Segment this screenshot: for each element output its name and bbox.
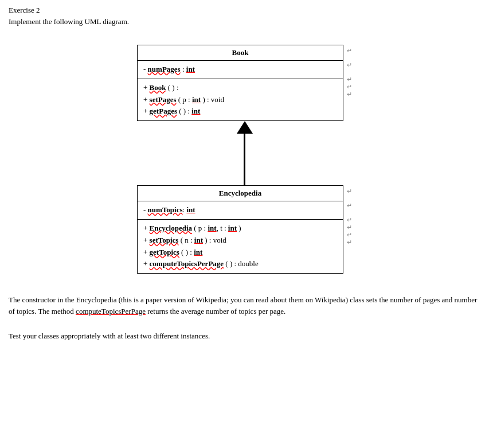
book-class-row: Book - numPages : int + Book ( ) : + set… xyxy=(137,45,352,121)
encyclopedia-class-title: Encyclopedia xyxy=(138,186,343,201)
encyclopedia-class-methods: + Encyclopedia ( p : int, t : int ) + se… xyxy=(138,220,343,273)
intro-text: Implement the following UML diagram. xyxy=(9,17,480,26)
arrow-line xyxy=(244,134,245,185)
method-settopics: + setTopics ( n : int ) : void xyxy=(143,235,337,247)
method-getpages: + getPages ( ) : int xyxy=(143,106,337,118)
book-class-attrs: - numPages : int xyxy=(138,61,343,79)
book-class-methods: + Book ( ) : + setPages ( p : int ) : vo… xyxy=(138,79,343,120)
method-constructor: + Book ( ) : xyxy=(143,82,337,94)
method-setpages: + setPages ( p : int ) : void xyxy=(143,94,337,106)
method-gettopics: + getTopics ( ) : int xyxy=(143,247,337,259)
attr-numtopics: - numTopics: int xyxy=(143,204,337,216)
book-class-title: Book xyxy=(138,45,343,61)
body-paragraph: The constructor in the Encyclopedia (thi… xyxy=(9,294,479,317)
arrow-head xyxy=(237,121,253,134)
uml-diagram: Book - numPages : int + Book ( ) : + set… xyxy=(9,45,480,274)
encyclopedia-class-attrs: - numTopics: int xyxy=(138,201,343,220)
exercise-title: Exercise 2 xyxy=(9,6,480,15)
method-computetopics: + computeTopicsPerPage ( ) : double xyxy=(143,258,337,270)
encyclopedia-class-row: Encyclopedia - numTopics: int + Encyclop… xyxy=(137,185,352,274)
return-mark-book: ↵↵↵↵↵ xyxy=(347,45,352,98)
attr-numpages: - numPages : int xyxy=(143,64,337,76)
inheritance-arrow xyxy=(237,121,253,185)
test-paragraph: Test your classes appropriately with at … xyxy=(9,330,480,342)
book-class: Book - numPages : int + Book ( ) : + set… xyxy=(137,45,343,121)
return-mark-enc: ↵↵↵↵↵↵ xyxy=(347,185,352,246)
method-enc-constructor: + Encyclopedia ( p : int, t : int ) xyxy=(143,223,337,235)
encyclopedia-class: Encyclopedia - numTopics: int + Encyclop… xyxy=(137,185,343,274)
